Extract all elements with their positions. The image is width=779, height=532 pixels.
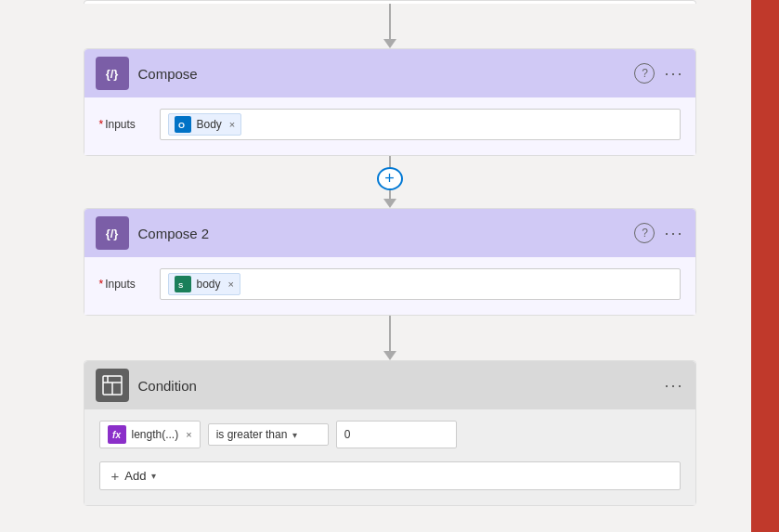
compose2-icon: {/} <box>96 216 129 250</box>
add-step-button[interactable]: + <box>377 167 403 190</box>
compose-tag-text: Body <box>197 118 222 131</box>
compose-card-header: {/} Compose ? ··· <box>84 49 695 97</box>
add-button-label: Add <box>124 469 146 483</box>
compose2-field-label: * Inputs <box>99 278 150 291</box>
red-accent-bar <box>751 0 779 532</box>
value-text: 0 <box>344 428 351 441</box>
value-input[interactable]: 0 <box>336 421 457 448</box>
compose2-tag-close[interactable]: × <box>228 279 234 290</box>
compose2-body-tag: S body × <box>168 273 240 295</box>
arrow-connector-2 <box>383 316 396 360</box>
condition-icon <box>96 369 129 402</box>
add-chevron-icon: ▾ <box>151 471 156 481</box>
operator-label: is greater than <box>216 428 288 441</box>
compose-card-body: * Inputs O Body × <box>84 97 695 155</box>
fx-tag-text: length(...) <box>132 428 179 441</box>
compose-card: {/} Compose ? ··· * Inputs <box>84 48 696 156</box>
condition-title: Condition <box>138 378 665 394</box>
condition-card: Condition ··· fx length(...) × is greate… <box>84 360 696 506</box>
plus-connector: + <box>377 156 403 208</box>
compose2-card-body: * Inputs S body × <box>84 257 695 315</box>
add-plus-icon: + <box>111 468 120 484</box>
compose-inputs-row: * Inputs O Body × <box>99 109 681 140</box>
condition-card-header: Condition ··· <box>84 361 695 409</box>
add-condition-button[interactable]: + Add ▾ <box>99 461 681 490</box>
compose-tag-close[interactable]: × <box>229 119 235 130</box>
condition-more-button[interactable]: ··· <box>664 376 683 396</box>
outlook-icon: O <box>175 116 191 133</box>
svg-text:S: S <box>178 281 184 290</box>
compose2-tag-text: body <box>197 278 221 291</box>
compose2-card: {/} Compose 2 ? ··· * Inputs <box>84 208 696 316</box>
svg-text:O: O <box>178 121 185 130</box>
fx-icon: fx <box>108 425 126 444</box>
compose2-help-button[interactable]: ? <box>634 223 655 243</box>
arrow-connector-1 <box>383 4 396 48</box>
compose-more-button[interactable]: ··· <box>664 64 683 84</box>
operator-dropdown-arrow: ▾ <box>292 430 297 440</box>
condition-card-body: fx length(...) × is greater than ▾ 0 + A… <box>84 409 695 505</box>
compose-title: Compose <box>138 66 635 82</box>
compose2-input-box[interactable]: S body × <box>160 268 681 300</box>
fx-tag-close[interactable]: × <box>186 429 191 440</box>
compose2-more-button[interactable]: ··· <box>664 224 683 243</box>
compose2-card-header: {/} Compose 2 ? ··· <box>84 209 695 257</box>
compose-input-box[interactable]: O Body × <box>160 109 681 140</box>
compose2-title: Compose 2 <box>138 226 635 241</box>
compose-icon: {/} <box>96 57 129 90</box>
operator-dropdown[interactable]: is greater than ▾ <box>208 423 329 446</box>
compose-help-button[interactable]: ? <box>634 63 655 84</box>
compose-field-label: * Inputs <box>99 118 150 131</box>
compose-body-tag: O Body × <box>168 113 242 136</box>
compose2-inputs-row: * Inputs S body × <box>99 268 681 300</box>
condition-row: fx length(...) × is greater than ▾ 0 <box>99 421 681 448</box>
fx-tag: fx length(...) × <box>99 421 201 448</box>
connector-icon: S <box>175 276 191 292</box>
